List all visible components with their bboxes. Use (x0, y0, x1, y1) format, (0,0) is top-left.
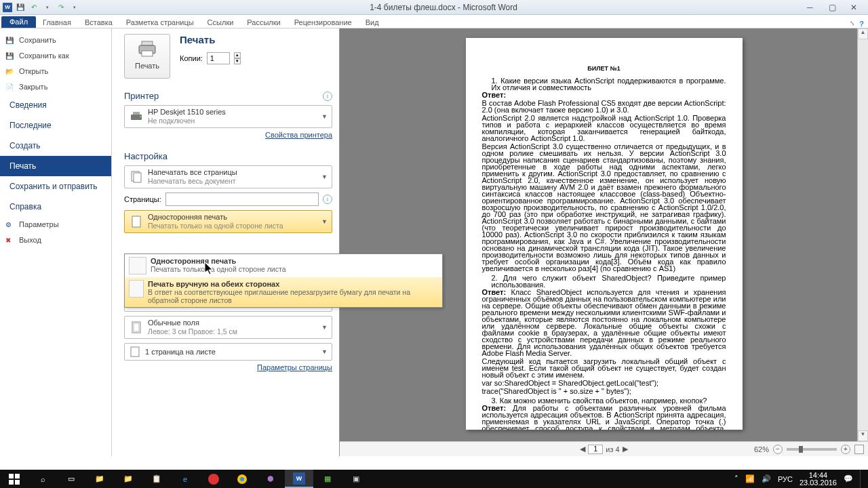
window-title: 1-4 билеты флеш.docx - Microsoft Word (80, 3, 807, 12)
tab-references[interactable]: Ссылки (201, 17, 241, 28)
language-indicator[interactable]: РУС (778, 475, 793, 483)
close-button[interactable]: ✕ (850, 3, 860, 12)
svg-point-18 (240, 477, 244, 481)
task-view-icon[interactable]: ▭ (57, 470, 85, 488)
taskbar: ⌕ ▭ 📁 📁 📋 e ⬢ W ▦ ▣ ˄ 📶 🔊 РУС 14:4423.03… (0, 470, 868, 488)
word-icon: W (3, 3, 12, 12)
nav-save[interactable]: 💾Сохранить (0, 33, 111, 48)
print-range-select[interactable]: Напечатать все страницыНапечатать весь д… (124, 165, 332, 188)
scroll-down-icon[interactable]: ▼ (858, 430, 868, 441)
nav-share[interactable]: Сохранить и отправить (0, 176, 111, 197)
copies-input[interactable] (207, 52, 230, 64)
zoom-slider[interactable] (787, 448, 837, 451)
redo-icon[interactable]: ↷ (56, 2, 66, 13)
chevron-down-icon: ▼ (321, 324, 328, 331)
next-page-icon[interactable]: ▶ (623, 445, 628, 453)
qat-customize-icon[interactable]: ▾ (69, 2, 80, 13)
notifications-icon[interactable]: 💬 (844, 474, 853, 483)
tab-review[interactable]: Рецензирование (288, 17, 359, 28)
scroll-up-icon[interactable]: ▲ (858, 28, 868, 39)
printer-section-title: Принтер (124, 91, 332, 101)
nav-save-as[interactable]: 💾Сохранить как (0, 48, 111, 64)
tab-home[interactable]: Главная (36, 17, 78, 28)
file-explorer-icon-2[interactable]: 📁 (114, 470, 142, 488)
network-icon[interactable]: 📶 (745, 474, 755, 483)
copies-spinner[interactable]: ▲▼ (234, 52, 241, 64)
prev-page-icon[interactable]: ◀ (580, 445, 585, 453)
zoom-value: 62% (754, 445, 769, 453)
app-icon[interactable]: ▦ (313, 470, 342, 488)
tab-view[interactable]: Вид (359, 17, 386, 28)
page-setup-link[interactable]: Параметры страницы (124, 363, 332, 371)
help-icon[interactable]: ? (859, 20, 864, 28)
svg-rect-8 (132, 216, 140, 227)
printer-select[interactable]: HP Deskjet 1510 seriesНе подключен ▼ (124, 105, 332, 128)
svg-rect-4 (133, 112, 140, 115)
print-panel: Печать Печать Копии: ▲▼ Принтер i HP Des… (112, 28, 339, 456)
preview-page: БИЛЕТ №1 1. Какие версии языка ActionScr… (466, 38, 743, 430)
search-icon[interactable]: ⌕ (28, 470, 57, 488)
chevron-down-icon: ▼ (321, 174, 328, 180)
print-side-select[interactable]: Односторонняя печатьПечатать только на о… (124, 210, 332, 233)
edge-icon[interactable]: e (171, 470, 199, 488)
nav-info[interactable]: Сведения (0, 95, 111, 115)
tab-mailings[interactable]: Рассылки (240, 17, 287, 28)
print-title: Печать (180, 34, 241, 45)
pages-icon (129, 169, 144, 184)
preview-scrollbar[interactable]: ▲ ▼ (857, 28, 868, 441)
undo-icon[interactable]: ↶ (28, 2, 39, 13)
print-side-dropdown: Односторонняя печатьПечатать только на о… (124, 253, 443, 308)
nav-recent[interactable]: Последние (0, 115, 111, 136)
volume-icon[interactable]: 🔊 (762, 474, 771, 483)
start-button[interactable] (0, 470, 28, 488)
chevron-down-icon: ▼ (321, 113, 328, 120)
print-button[interactable]: Печать (124, 34, 170, 79)
maximize-button[interactable]: ▢ (829, 3, 838, 12)
opera-icon[interactable] (199, 470, 228, 488)
svg-rect-16 (15, 480, 20, 485)
pages-per-sheet-select[interactable]: 1 страница на листе ▼ (124, 343, 332, 361)
notepad-icon[interactable]: 📋 (142, 470, 171, 488)
minimize-button[interactable]: ─ (807, 3, 816, 12)
nav-exit[interactable]: ✖Выход (0, 232, 111, 248)
printer-icon (136, 40, 158, 58)
tab-page-layout[interactable]: Разметка страницы (119, 17, 201, 28)
vs-icon[interactable]: ⬢ (256, 470, 285, 488)
chrome-icon[interactable] (228, 470, 256, 488)
page-number-input[interactable] (588, 445, 603, 454)
margins-select[interactable]: Обычные поляЛевое: 3 см Правое: 1,5 см ▼ (124, 316, 332, 339)
file-tab[interactable]: Файл (1, 16, 36, 28)
word-taskbar-icon[interactable]: W (285, 470, 313, 488)
pages-info-icon[interactable]: i (323, 195, 332, 204)
nav-options[interactable]: ⚙Параметры (0, 217, 111, 232)
svg-rect-12 (131, 347, 139, 357)
zoom-out-button[interactable]: − (773, 445, 783, 454)
option-manual-duplex[interactable]: Печать вручную на обеих сторонахВ ответ … (125, 277, 442, 307)
nav-open[interactable]: 📂Открыть (0, 64, 111, 79)
zoom-fit-icon[interactable] (854, 445, 864, 454)
app-icon-2[interactable]: ▣ (342, 470, 370, 488)
printer-info-icon[interactable]: i (323, 92, 332, 101)
nav-close[interactable]: 📄Закрыть (0, 79, 111, 95)
tray-chevron-icon[interactable]: ˄ (734, 474, 738, 483)
pages-input[interactable] (165, 192, 319, 206)
printer-properties-link[interactable]: Свойства принтера (124, 131, 332, 139)
nav-new[interactable]: Создать (0, 136, 111, 156)
show-desktop[interactable] (860, 470, 864, 488)
nav-help[interactable]: Справка (0, 197, 111, 217)
svg-rect-0 (142, 41, 153, 45)
zoom-in-button[interactable]: + (841, 445, 850, 454)
nav-print[interactable]: Печать (0, 156, 111, 176)
ribbon-minimize-icon[interactable]: ⤣ (850, 20, 855, 28)
option-one-side[interactable]: Односторонняя печатьПечатать только на о… (125, 254, 442, 277)
svg-rect-13 (9, 474, 14, 479)
copies-label: Копии: (180, 54, 203, 62)
clock[interactable]: 14:4423.03.2016 (800, 472, 837, 487)
save-icon: 💾 (5, 35, 15, 45)
doc-title: БИЛЕТ №1 (482, 65, 726, 72)
save-as-icon: 💾 (5, 51, 15, 60)
tab-insert[interactable]: Вставка (78, 17, 119, 28)
file-explorer-icon[interactable]: 📁 (85, 470, 114, 488)
save-icon[interactable]: 💾 (15, 2, 26, 13)
qat-dropdown-icon[interactable]: ▾ (42, 2, 53, 13)
